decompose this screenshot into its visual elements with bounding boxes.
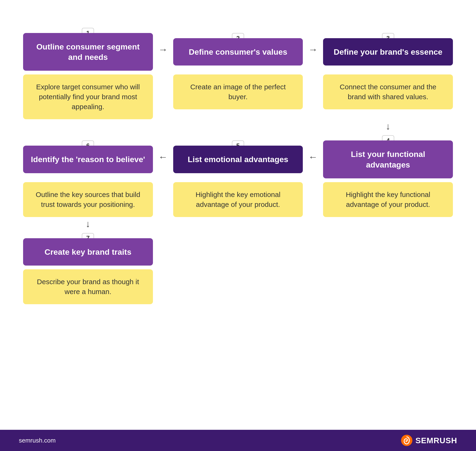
step-box-3: Define your brand's essence: [323, 38, 453, 65]
desc-text-3: Connect the consumer and the brand with …: [340, 83, 436, 101]
semrush-icon: [401, 434, 413, 446]
arrow-down-3-4: ↓: [323, 119, 453, 133]
step-title-4: List your functional advantages: [351, 150, 425, 169]
footer-domain: semrush.com: [19, 437, 56, 444]
arrow-right-1-2: →: [157, 44, 169, 55]
arrow-down-6-7: ↓: [23, 217, 153, 231]
desc-text-4: Highlight the key functional advantage o…: [346, 191, 430, 208]
desc-box-1: Explore target consumer who will potenti…: [23, 75, 153, 119]
step-box-5: List emotional advantages: [173, 146, 303, 173]
desc-text-1: Explore target consumer who will potenti…: [36, 83, 140, 111]
desc-text-2: Create an image of the perfect buyer.: [190, 83, 286, 101]
step-title-5: List emotional advantages: [188, 155, 288, 164]
step-box-2: Define consumer's values: [173, 38, 303, 65]
desc-box-6: Outline the key sources that build trust…: [23, 182, 153, 217]
step-box-1: Outline consumer segment and needs: [23, 33, 153, 71]
step-box-7: Create key brand traits: [23, 238, 153, 266]
svg-point-1: [406, 440, 407, 442]
desc-text-5: Highlight the key emotional advantage of…: [196, 191, 280, 208]
semrush-logo: SEMRUSH: [401, 434, 457, 446]
desc-box-3: Connect the consumer and the brand with …: [323, 75, 453, 109]
footer: semrush.com SEMRUSH: [0, 430, 476, 451]
svg-point-0: [401, 435, 412, 446]
desc-box-5: Highlight the key emotional advantage of…: [173, 182, 303, 217]
step-box-4: List your functional advantages: [323, 140, 453, 178]
step-box-6: Identify the 'reason to believe': [23, 146, 153, 173]
arrow-right-2-3: →: [307, 44, 319, 55]
semrush-text: SEMRUSH: [415, 436, 457, 445]
desc-text-6: Outline the key sources that build trust…: [36, 191, 140, 208]
desc-text-7: Describe your brand as though it were a …: [37, 278, 139, 295]
step-title-7: Create key brand traits: [44, 247, 132, 256]
desc-box-7: Describe your brand as though it were a …: [23, 269, 153, 304]
desc-box-2: Create an image of the perfect buyer.: [173, 75, 303, 109]
desc-box-4: Highlight the key functional advantage o…: [323, 182, 453, 217]
step-title-1: Outline consumer segment and needs: [36, 42, 139, 62]
arrow-left-5-6: ←: [157, 152, 169, 162]
step-title-2: Define consumer's values: [189, 47, 287, 56]
arrow-left-4-5: ←: [307, 152, 319, 162]
step-title-6: Identify the 'reason to believe': [31, 155, 145, 164]
step-title-3: Define your brand's essence: [334, 47, 443, 56]
